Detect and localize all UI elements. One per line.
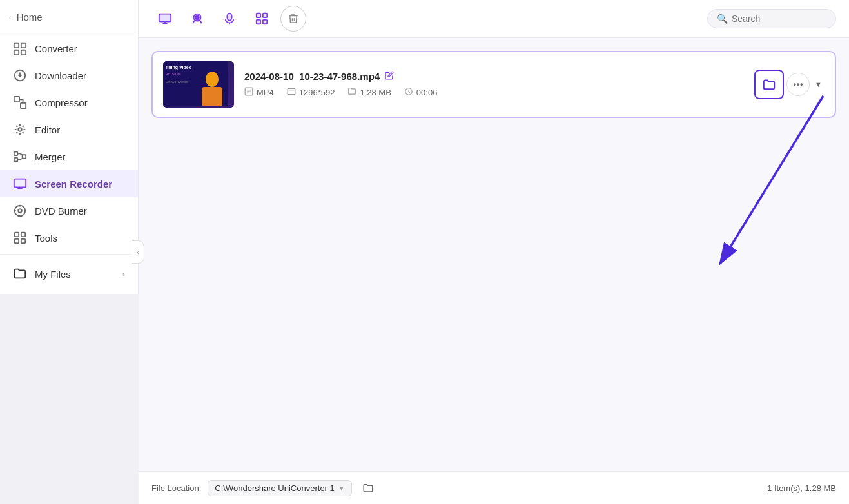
sidebar-home-label: Home xyxy=(17,12,43,23)
open-folder-button[interactable] xyxy=(754,70,784,99)
svg-rect-11 xyxy=(14,179,26,188)
chevron-left-icon: ‹ xyxy=(9,14,12,21)
sidebar-collapse-button[interactable]: ‹ xyxy=(132,240,144,264)
sidebar-item-downloader[interactable]: Downloader xyxy=(0,62,138,89)
svg-rect-23 xyxy=(263,14,267,17)
sidebar-item-label: Tools xyxy=(35,233,57,244)
sidebar-item-merger[interactable]: Merger xyxy=(0,143,138,170)
merger-icon xyxy=(13,150,27,164)
svg-rect-2 xyxy=(14,50,19,55)
screen-record-tool-button[interactable] xyxy=(151,5,179,32)
sidebar-divider xyxy=(0,32,138,32)
duration-icon xyxy=(404,87,413,98)
svg-rect-3 xyxy=(21,50,26,55)
webcam-tool-button[interactable] xyxy=(184,5,211,32)
sidebar-item-tools[interactable]: Tools xyxy=(0,224,138,251)
sidebar-item-label: DVD Burner xyxy=(35,206,87,217)
downloader-icon xyxy=(13,68,27,82)
file-actions: ▼ xyxy=(754,70,825,99)
footer: File Location: C:\Wondershare UniConvert… xyxy=(139,471,849,504)
edit-icon[interactable] xyxy=(385,71,394,82)
sidebar-item-label: Downloader xyxy=(35,70,86,81)
search-input[interactable] xyxy=(732,14,826,24)
svg-rect-15 xyxy=(21,233,25,237)
my-files-icon xyxy=(13,266,27,282)
screen-recorder-icon xyxy=(13,177,27,191)
svg-text:UniConverter: UniConverter xyxy=(166,80,188,84)
location-select[interactable]: C:\Wondershare UniConverter 1 ▼ xyxy=(208,480,351,496)
chevron-down-icon: ▼ xyxy=(338,485,345,492)
my-files-label: My Files xyxy=(35,269,71,280)
content-area: fining Video version fining Video versio… xyxy=(139,38,849,471)
svg-line-39 xyxy=(720,96,823,264)
format-value: MP4 xyxy=(257,88,274,97)
compressor-icon xyxy=(13,95,27,110)
file-card: fining Video version fining Video versio… xyxy=(151,51,836,118)
sidebar-item-label: Converter xyxy=(35,43,77,54)
footer-summary: 1 Item(s), 1.28 MB xyxy=(767,483,836,493)
tools-icon xyxy=(13,231,27,245)
sidebar-item-editor[interactable]: Editor xyxy=(0,116,138,143)
svg-rect-24 xyxy=(257,20,260,24)
file-location-label: File Location: xyxy=(151,483,201,493)
svg-rect-14 xyxy=(15,233,19,237)
resolution-icon xyxy=(287,87,296,98)
apps-tool-button[interactable] xyxy=(248,5,275,32)
more-options-button[interactable] xyxy=(786,73,810,96)
svg-rect-22 xyxy=(257,14,260,17)
svg-point-30 xyxy=(206,72,219,87)
my-files-chevron-icon: › xyxy=(122,269,125,279)
svg-point-35 xyxy=(794,84,795,85)
file-info: 2024-08-10_10-23-47-968.mp4 xyxy=(244,71,744,98)
svg-rect-18 xyxy=(159,14,171,22)
duration-value: 00:06 xyxy=(416,88,438,97)
svg-text:fining Video: fining Video xyxy=(166,65,191,70)
svg-rect-33 xyxy=(288,88,295,94)
footer-left: File Location: C:\Wondershare UniConvert… xyxy=(151,478,378,498)
dropdown-arrow-icon[interactable]: ▼ xyxy=(812,78,825,91)
sidebar-item-converter[interactable]: Converter xyxy=(0,35,138,62)
svg-rect-8 xyxy=(14,152,18,156)
main-content: 🔍 fining Video version fining Video vers… xyxy=(139,0,849,504)
svg-point-36 xyxy=(797,84,799,85)
file-format: MP4 xyxy=(244,87,274,98)
svg-rect-6 xyxy=(21,103,26,108)
delete-tool-button[interactable] xyxy=(280,6,306,32)
sidebar-item-my-files[interactable]: My Files › xyxy=(0,260,138,289)
file-duration: 00:06 xyxy=(404,87,438,98)
svg-rect-10 xyxy=(23,155,26,159)
location-value: C:\Wondershare UniConverter 1 xyxy=(215,483,334,493)
size-icon xyxy=(347,87,356,98)
svg-rect-9 xyxy=(14,158,18,162)
audio-tool-button[interactable] xyxy=(216,5,243,32)
sidebar-item-label: Compressor xyxy=(35,97,88,108)
file-size: 1.28 MB xyxy=(347,87,391,98)
file-name-row: 2024-08-10_10-23-47-968.mp4 xyxy=(244,71,744,82)
format-icon xyxy=(244,87,253,98)
svg-rect-25 xyxy=(263,20,267,24)
sidebar-item-screen-recorder[interactable]: Screen Recorder xyxy=(0,170,138,197)
search-icon: 🔍 xyxy=(717,14,728,24)
file-name: 2024-08-10_10-23-47-968.mp4 xyxy=(244,71,380,82)
svg-rect-1 xyxy=(21,43,26,48)
svg-rect-16 xyxy=(15,239,19,243)
svg-point-20 xyxy=(195,15,199,19)
dvd-burner-icon xyxy=(13,204,27,218)
file-resolution: 1296*592 xyxy=(287,87,335,98)
search-box[interactable]: 🔍 xyxy=(707,9,836,28)
sidebar-item-home[interactable]: ‹ Home xyxy=(0,5,138,29)
sidebar-item-dvd-burner[interactable]: DVD Burner xyxy=(0,197,138,224)
size-value: 1.28 MB xyxy=(360,88,391,97)
svg-rect-0 xyxy=(14,43,19,48)
toolbar-tools xyxy=(151,5,306,32)
svg-point-7 xyxy=(18,128,22,131)
sidebar: ‹ Home Converter xyxy=(0,0,139,294)
sidebar-item-label: Editor xyxy=(35,124,60,135)
location-folder-button[interactable] xyxy=(358,478,378,498)
file-thumbnail: fining Video version fining Video versio… xyxy=(163,61,234,108)
svg-rect-5 xyxy=(14,97,19,102)
sidebar-item-compressor[interactable]: Compressor xyxy=(0,89,138,116)
editor-icon xyxy=(13,122,27,137)
resolution-value: 1296*592 xyxy=(299,88,335,97)
sidebar-item-label: Merger xyxy=(35,151,66,162)
